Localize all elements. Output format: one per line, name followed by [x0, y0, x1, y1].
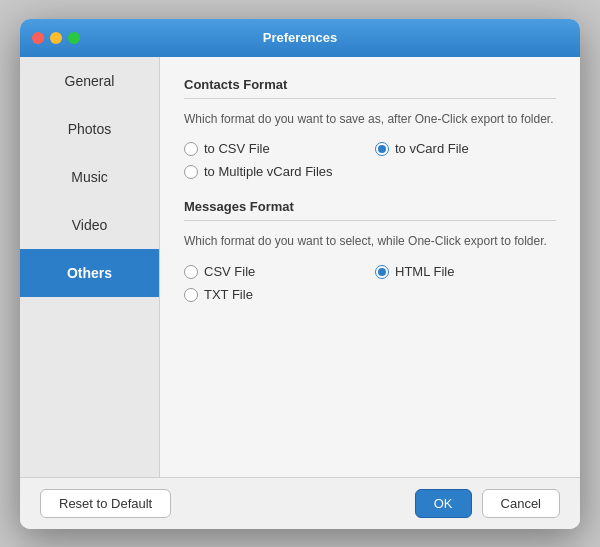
- contacts-section: Contacts Format Which format do you want…: [184, 77, 556, 180]
- messages-txt-radio[interactable]: [184, 288, 198, 302]
- contacts-multivcard-option[interactable]: to Multiple vCard Files: [184, 164, 365, 179]
- messages-description: Which format do you want to select, whil…: [184, 233, 556, 250]
- minimize-button[interactable]: [50, 32, 62, 44]
- sidebar-item-video[interactable]: Video: [20, 201, 159, 249]
- messages-section: Messages Format Which format do you want…: [184, 199, 556, 302]
- preferences-window: Preferences General Photos Music Video O…: [20, 19, 580, 529]
- contacts-vcard-radio[interactable]: [375, 142, 389, 156]
- sidebar-item-photos[interactable]: Photos: [20, 105, 159, 153]
- sidebar-item-music[interactable]: Music: [20, 153, 159, 201]
- contacts-csv-option[interactable]: to CSV File: [184, 141, 365, 156]
- traffic-lights: [32, 32, 80, 44]
- window-title: Preferences: [263, 30, 337, 45]
- messages-divider: [184, 220, 556, 221]
- messages-html-option[interactable]: HTML File: [375, 264, 556, 279]
- contacts-divider: [184, 98, 556, 99]
- contacts-radio-group: to CSV File to vCard File to Multiple vC…: [184, 141, 556, 179]
- sidebar: General Photos Music Video Others: [20, 57, 160, 477]
- footer-right-buttons: OK Cancel: [415, 489, 560, 518]
- main-content: Contacts Format Which format do you want…: [160, 57, 580, 477]
- messages-csv-radio[interactable]: [184, 265, 198, 279]
- contacts-section-title: Contacts Format: [184, 77, 556, 92]
- messages-csv-option[interactable]: CSV File: [184, 264, 365, 279]
- contacts-vcard-option[interactable]: to vCard File: [375, 141, 556, 156]
- sidebar-item-others[interactable]: Others: [20, 249, 159, 297]
- title-bar: Preferences: [20, 19, 580, 57]
- footer: Reset to Default OK Cancel: [20, 477, 580, 529]
- close-button[interactable]: [32, 32, 44, 44]
- messages-txt-option[interactable]: TXT File: [184, 287, 365, 302]
- reset-default-button[interactable]: Reset to Default: [40, 489, 171, 518]
- contacts-description: Which format do you want to save as, aft…: [184, 111, 556, 128]
- maximize-button[interactable]: [68, 32, 80, 44]
- messages-radio-group: CSV File HTML File TXT File: [184, 264, 556, 302]
- messages-section-title: Messages Format: [184, 199, 556, 214]
- contacts-csv-radio[interactable]: [184, 142, 198, 156]
- cancel-button[interactable]: Cancel: [482, 489, 560, 518]
- contacts-multivcard-radio[interactable]: [184, 165, 198, 179]
- ok-button[interactable]: OK: [415, 489, 472, 518]
- messages-html-radio[interactable]: [375, 265, 389, 279]
- sidebar-item-general[interactable]: General: [20, 57, 159, 105]
- content-area: General Photos Music Video Others Contac…: [20, 57, 580, 477]
